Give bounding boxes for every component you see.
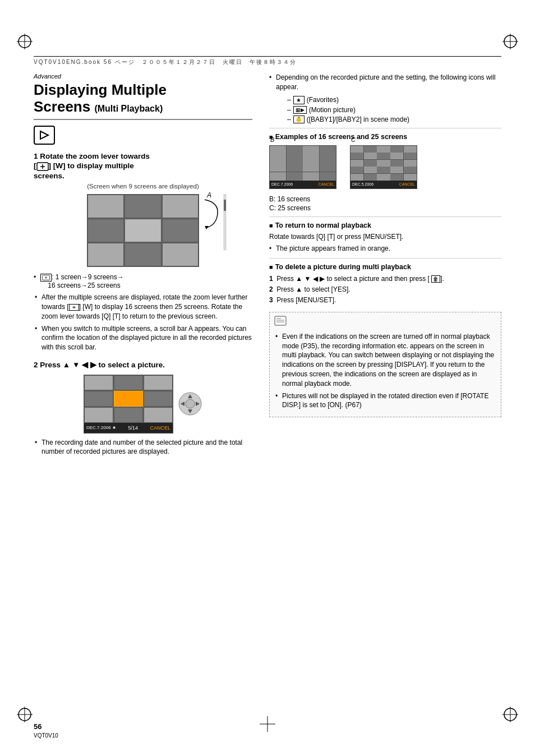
screen1-container: DEC.7.2006 1/14 CANCEL A — [34, 194, 252, 269]
reg-mark-br — [502, 707, 518, 722]
reg-mark-tl — [17, 34, 33, 49]
svg-rect-30 — [275, 316, 286, 325]
c-label: C: 25 screens — [269, 204, 501, 212]
icon-row-baby: – 👶 ([BABY1]/[BABY2] in scene mode) — [278, 116, 501, 123]
b-label: B: 16 screens — [269, 195, 501, 203]
svg-marker-12 — [40, 131, 48, 139]
note-bullets: Even if the indications on the screen ar… — [274, 332, 496, 410]
examples-heading: Examples of 16 screens and 25 screens — [269, 133, 501, 141]
delete-step-2: 2 Press ▲ to select [YES]. — [269, 284, 501, 295]
svg-point-25 — [186, 399, 195, 408]
advanced-label: Advanced — [34, 73, 252, 80]
scroll-bar — [222, 194, 228, 250]
right-column: Depending on the recorded picture and th… — [269, 73, 501, 417]
return-text: Rotate towards [Q] [T] or press [MENU/SE… — [269, 232, 501, 242]
svg-rect-18 — [224, 200, 226, 211]
example-screen-c: DEC.5.2006 CANCEL — [350, 145, 417, 189]
screen2-image: DEC.7.2006 ★ 5/14 CANCEL — [84, 375, 173, 434]
note-icon — [274, 316, 496, 329]
header-japanese: VQT0V10ENG.book 56 ページ ２００５年１２月２７日 火曜日 午… — [34, 58, 501, 66]
step2-heading: 2 Press ▲ ▼ ◀ ▶ to select a picture. — [34, 360, 252, 370]
title-divider — [34, 119, 252, 120]
content-area: Advanced Displaying Multiple Screens (Mu… — [34, 73, 501, 700]
example-b-wrapper: B DEC.7.2006 CANCEL — [269, 145, 336, 191]
page-title: Displaying Multiple Screens (Multi Playb… — [34, 82, 252, 116]
example-screen-b: DEC.7.2006 CANCEL — [269, 145, 336, 189]
step1-note: (Screen when 9 screens are displayed) — [34, 183, 252, 190]
label-b: B — [270, 136, 274, 143]
example-c-wrapper: C DEC.5.2006 CANCEL — [350, 145, 417, 191]
step2-container: 2 Press ▲ ▼ ◀ ▶ to select a picture. DEC… — [34, 360, 252, 457]
playback-icon — [39, 130, 50, 140]
delete-steps: 1 Press ▲ ▼ ◀ ▶ to select a picture and … — [269, 274, 501, 306]
note-bullet-2: Pictures will not be displayed in the ro… — [274, 391, 496, 411]
bullet-item: When you switch to multiple screens, a s… — [34, 324, 252, 352]
page: VQT0V10ENG.book 56 ページ ２００５年１２月２７日 火曜日 午… — [0, 0, 535, 756]
bullet-item: After the multiple screens are displayed… — [34, 293, 252, 321]
page-number-area: 56 VQT0V10 — [34, 722, 58, 739]
icon-row-favorites: – ★ (Favorites) — [278, 96, 501, 104]
delete-icon: 🗑 — [431, 275, 440, 283]
delete-step-1: 1 Press ▲ ▼ ◀ ▶ to select a picture and … — [269, 274, 501, 284]
divider3 — [269, 258, 501, 259]
step1-heading: 1 Rotate the zoom lever towards [] [W] t… — [34, 151, 252, 181]
screen1-image: DEC.7.2006 1/14 CANCEL — [87, 194, 199, 267]
note-bullet-1: Even if the indications on the screen ar… — [274, 332, 496, 389]
right-bullet-1: Depending on the recorded picture and th… — [269, 73, 501, 93]
icon-bullet: • : 1 screen→9 screens→ 16 screens→25 sc… — [34, 273, 252, 289]
svg-marker-16 — [205, 226, 209, 229]
icon-list: – ★ (Favorites) – ▦▶ (Motion picture) – … — [278, 96, 501, 123]
bullet-item: The recording date and number of the sel… — [34, 438, 252, 457]
screen2-container: DEC.7.2006 ★ 5/14 CANCEL — [34, 375, 252, 434]
header-bar: VQT0V10ENG.book 56 ページ ２００５年１２月２７日 火曜日 午… — [34, 56, 501, 66]
return-heading: To return to normal playback — [269, 222, 501, 229]
playback-icon-box — [34, 126, 55, 145]
step1-bullets: After the multiple screens are displayed… — [34, 293, 252, 352]
reg-mark-bl — [17, 707, 33, 722]
left-column: Advanced Displaying Multiple Screens (Mu… — [34, 73, 252, 460]
icon-row-motion: – ▦▶ (Motion picture) — [278, 106, 501, 114]
note-svg-icon — [274, 316, 287, 326]
delete-heading: To delete a picture during multi playbac… — [269, 263, 501, 271]
label-c: C — [351, 136, 356, 143]
divider1 — [269, 128, 501, 128]
examples-row: B DEC.7.2006 CANCEL — [269, 145, 501, 191]
delete-step-3: 3 Press [MENU/SET]. — [269, 295, 501, 306]
page-number: 56 — [34, 722, 41, 731]
center-bottom-mark — [260, 716, 275, 734]
divider2 — [269, 216, 501, 217]
step2-bullets: The recording date and number of the sel… — [34, 438, 252, 457]
note-box: Even if the indications on the screen ar… — [269, 312, 501, 418]
reg-mark-tr — [502, 34, 518, 49]
page-number-sub: VQT0V10 — [34, 732, 58, 739]
dpad-icon — [178, 391, 202, 416]
return-bullet: The picture appears framed in orange. — [269, 244, 501, 253]
scroll-arrow — [202, 197, 222, 231]
